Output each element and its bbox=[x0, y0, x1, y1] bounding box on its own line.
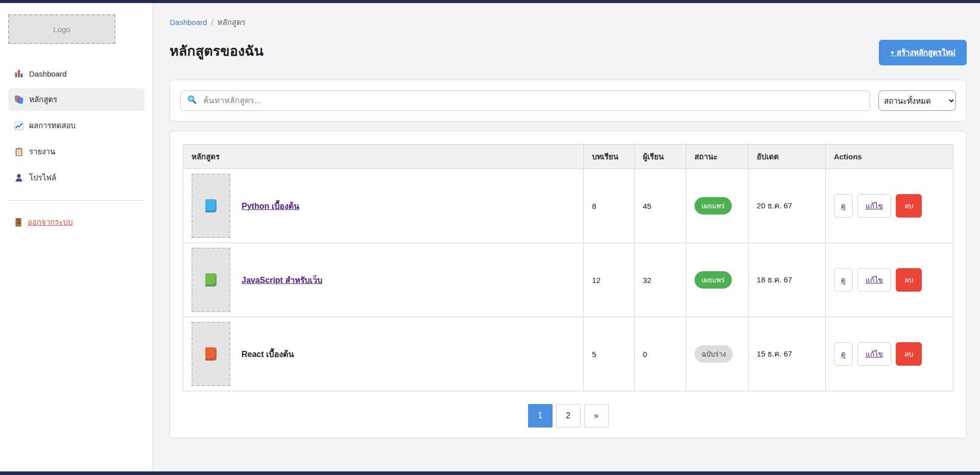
edit-button[interactable]: แก้ไข bbox=[857, 194, 891, 218]
orange-book-icon bbox=[205, 347, 217, 361]
green-book-icon bbox=[205, 273, 217, 287]
main-content: Dashboard/หลักสูตร หลักสูตรของฉัน + สร้า… bbox=[153, 3, 980, 471]
sidebar-item-reports[interactable]: รายงาน bbox=[8, 140, 145, 163]
blue-book-icon bbox=[205, 199, 217, 212]
table-row: JavaScript สำหรับเว็บ 12 32 เผยแพร่ 18 ธ… bbox=[183, 243, 953, 317]
breadcrumb-separator: / bbox=[211, 18, 213, 27]
pagination-next[interactable]: » bbox=[584, 404, 609, 428]
header-status: สถานะ bbox=[686, 145, 748, 169]
delete-button[interactable]: ลบ bbox=[896, 342, 922, 366]
search-input[interactable] bbox=[180, 90, 870, 111]
course-thumbnail bbox=[192, 248, 230, 312]
sidebar-item-courses[interactable]: หลักสูตร bbox=[8, 88, 145, 111]
logo-placeholder: Logo bbox=[8, 14, 115, 44]
pagination: 1 2 » bbox=[183, 404, 953, 428]
status-filter-select[interactable]: สถานะทั้งหมด bbox=[878, 90, 956, 111]
sidebar-item-test-results[interactable]: ผลการทดสอบ bbox=[8, 114, 145, 137]
sidebar-item-label: หลักสูตร bbox=[29, 93, 57, 106]
table-row: Python เบื้องต้น 8 45 เผยแพร่ 20 ธ.ค. 67… bbox=[183, 169, 953, 243]
page: Logo Dashboard หลักสูตร bbox=[0, 0, 980, 475]
sidebar-divider bbox=[8, 200, 145, 201]
status-badge: ฉบับร่าง bbox=[695, 345, 733, 363]
header-course: หลักสูตร bbox=[183, 145, 584, 169]
updated-date: 18 ธ.ค. 67 bbox=[748, 243, 825, 317]
delete-button[interactable]: ลบ bbox=[896, 268, 922, 292]
logout-link[interactable]: ออกจากระบบ bbox=[14, 216, 73, 228]
students-count: 45 bbox=[634, 169, 686, 243]
line-chart-icon bbox=[14, 121, 23, 130]
lessons-count: 12 bbox=[584, 243, 635, 317]
course-thumbnail bbox=[192, 174, 230, 238]
students-count: 0 bbox=[634, 317, 686, 391]
title-row: หลักสูตรของฉัน + สร้างหลักสูตรใหม่ bbox=[170, 40, 967, 65]
search-icon bbox=[187, 94, 197, 107]
course-title-link[interactable]: JavaScript สำหรับเว็บ bbox=[242, 274, 322, 287]
sidebar-item-label: ผลการทดสอบ bbox=[29, 120, 76, 132]
logout-label: ออกจากระบบ bbox=[28, 216, 73, 228]
lessons-count: 5 bbox=[584, 317, 635, 391]
table-header-row: หลักสูตร บทเรียน ผู้เรียน สถานะ อัปเดต A… bbox=[183, 145, 953, 169]
updated-date: 20 ธ.ค. 67 bbox=[748, 169, 825, 243]
sidebar: Logo Dashboard หลักสูตร bbox=[0, 3, 153, 471]
pagination-page-1[interactable]: 1 bbox=[528, 404, 553, 428]
header-lessons: บทเรียน bbox=[584, 145, 635, 169]
view-button[interactable]: ดู bbox=[834, 194, 853, 218]
person-icon bbox=[14, 173, 23, 182]
header-updated: อัปเดต bbox=[748, 145, 825, 169]
edit-button[interactable]: แก้ไข bbox=[857, 342, 891, 366]
filter-bar: สถานะทั้งหมด bbox=[170, 80, 967, 122]
updated-date: 15 ธ.ค. 67 bbox=[748, 317, 825, 391]
page-title: หลักสูตรของฉัน bbox=[170, 40, 264, 62]
clipboard-icon bbox=[14, 147, 23, 156]
course-title-link[interactable]: Python เบื้องต้น bbox=[242, 200, 299, 212]
breadcrumb: Dashboard/หลักสูตร bbox=[170, 16, 967, 29]
header-students: ผู้เรียน bbox=[634, 145, 686, 169]
sidebar-item-profile[interactable]: โปรไฟล์ bbox=[8, 167, 145, 189]
breadcrumb-current: หลักสูตร bbox=[218, 18, 246, 27]
edit-button[interactable]: แก้ไข bbox=[857, 268, 891, 292]
sidebar-item-label: โปรไฟล์ bbox=[29, 172, 56, 184]
sidebar-item-label: Dashboard bbox=[29, 69, 66, 78]
view-button[interactable]: ดู bbox=[834, 268, 853, 292]
students-count: 32 bbox=[634, 243, 686, 317]
status-badge: เผยแพร่ bbox=[695, 271, 732, 289]
course-title: React เบื้องต้น bbox=[242, 348, 294, 361]
search-wrap bbox=[180, 90, 870, 111]
breadcrumb-dashboard-link[interactable]: Dashboard bbox=[170, 18, 207, 27]
course-thumbnail bbox=[192, 322, 230, 386]
sidebar-item-label: รายงาน bbox=[29, 146, 55, 158]
delete-button[interactable]: ลบ bbox=[896, 194, 922, 218]
status-badge: เผยแพร่ bbox=[695, 197, 732, 215]
pagination-page-2[interactable]: 2 bbox=[556, 404, 581, 428]
sidebar-nav: Dashboard หลักสูตร ผลการทดสอบ bbox=[8, 62, 145, 189]
bar-chart-icon bbox=[14, 69, 23, 78]
sidebar-item-dashboard[interactable]: Dashboard bbox=[8, 62, 145, 85]
view-button[interactable]: ดู bbox=[834, 342, 853, 366]
table-row: React เบื้องต้น 5 0 ฉบับร่าง 15 ธ.ค. 67 … bbox=[183, 317, 953, 391]
courses-table: หลักสูตร บทเรียน ผู้เรียน สถานะ อัปเดต A… bbox=[183, 144, 953, 391]
lessons-count: 8 bbox=[584, 169, 635, 243]
create-course-button[interactable]: + สร้างหลักสูตรใหม่ bbox=[879, 40, 967, 65]
courses-table-card: หลักสูตร บทเรียน ผู้เรียน สถานะ อัปเดต A… bbox=[170, 131, 967, 438]
books-icon bbox=[14, 95, 23, 104]
door-icon bbox=[14, 218, 22, 227]
header-actions: Actions bbox=[825, 145, 953, 169]
